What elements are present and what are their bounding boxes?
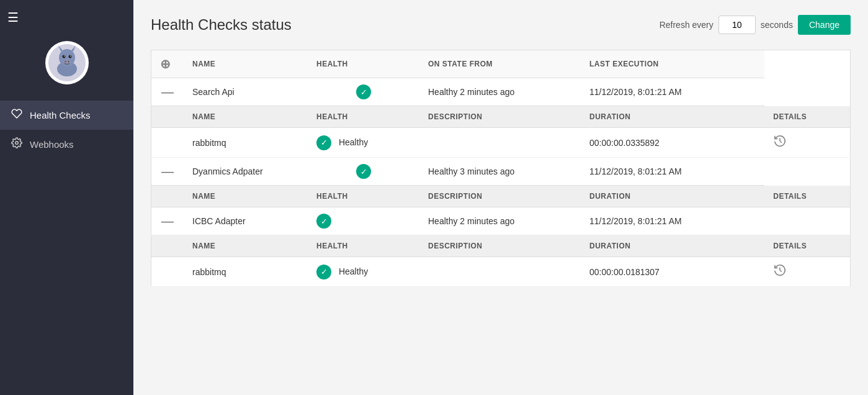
- table-row-rabbitmq-1: rabbitmq ✓ Healthy 00:00:00.0335892: [151, 128, 851, 158]
- rabbitmq-1-details: [764, 128, 850, 158]
- gear-icon: [11, 137, 22, 152]
- health-check-icon-3: ✓: [316, 214, 331, 229]
- sub-col-name: NAME: [184, 106, 308, 128]
- sidebar-nav: Health Checks Webhooks: [0, 101, 133, 159]
- sub-col-name-2: NAME: [184, 186, 308, 207]
- sub-col-health-3: HEALTH: [308, 235, 419, 257]
- sub-col-health-2: HEALTH: [308, 186, 419, 207]
- collapse-icon-3[interactable]: —: [160, 214, 175, 229]
- sub-col-name-3: NAME: [184, 235, 308, 257]
- sidebar-item-label-webhooks: Webhooks: [30, 139, 74, 150]
- dynamics-adapter-health: ✓: [308, 158, 419, 186]
- sub-header-dynamics: NAME HEALTH DESCRIPTION DURATION DETAILS: [151, 186, 851, 207]
- refresh-controls: Refresh every seconds Change: [660, 15, 851, 35]
- dynamics-adapter-last: 11/12/2019, 8:01:21 AM: [581, 158, 764, 186]
- main-content: Health Checks status Refresh every secon…: [133, 0, 868, 395]
- svg-point-6: [68, 55, 71, 58]
- rabbitmq-2-desc: [419, 257, 581, 287]
- icbc-adapter-details: [764, 207, 850, 235]
- dynamics-adapter-state: Healthy 3 minutes ago: [419, 158, 581, 186]
- sub-col-details-2: DETAILS: [764, 186, 850, 207]
- refresh-seconds-label: seconds: [761, 20, 793, 30]
- rabbitmq-2-health-label: Healthy: [339, 266, 368, 276]
- main-header: Health Checks status Refresh every secon…: [151, 15, 851, 35]
- main-table-header: ⊕ NAME HEALTH ON STATE FROM LAST EXECUTI…: [151, 50, 851, 78]
- history-icon[interactable]: [773, 137, 787, 150]
- collapse-icon-2[interactable]: —: [160, 165, 175, 179]
- svg-point-8: [70, 55, 71, 57]
- col-state-header: ON STATE FROM: [419, 50, 581, 78]
- collapse-icon[interactable]: —: [160, 85, 175, 99]
- rabbitmq-2-duration: 00:00:00.0181307: [581, 257, 764, 287]
- svg-point-9: [63, 59, 71, 64]
- health-check-icon-4: ✓: [316, 265, 331, 279]
- search-api-state: Healthy 2 minutes ago: [419, 78, 581, 106]
- table-row-dynamics-adapter: — Dyanmics Adpater ✓ Healthy 3 minutes a…: [151, 158, 851, 186]
- sub-col-description-3: DESCRIPTION: [419, 235, 581, 257]
- col-name-header: NAME: [184, 50, 308, 78]
- heart-icon: [11, 108, 22, 122]
- col-last-header: LAST EXECUTION: [581, 50, 764, 78]
- rabbitmq-1-name: rabbitmq: [184, 128, 308, 158]
- icbc-adapter-desc: Healthy 2 minutes ago: [419, 207, 581, 235]
- health-table: ⊕ NAME HEALTH ON STATE FROM LAST EXECUTI…: [151, 50, 851, 287]
- refresh-label: Refresh every: [660, 20, 714, 30]
- logo-area: [0, 35, 133, 101]
- search-api-last: 11/12/2019, 8:01:21 AM: [581, 78, 764, 106]
- rabbitmq-1-health-label: Healthy: [339, 137, 368, 147]
- health-check-icon-2: ✓: [356, 164, 371, 179]
- sub-col-duration-3: DURATION: [581, 235, 764, 257]
- health-check-icon: ✓: [356, 84, 371, 99]
- col-health-header: HEALTH: [308, 50, 419, 78]
- sub-col-details: DETAILS: [764, 106, 850, 128]
- sub-header-icbc: NAME HEALTH DESCRIPTION DURATION DETAILS: [151, 235, 851, 257]
- sub-col-duration: DURATION: [581, 106, 764, 128]
- search-api-name: Search Api: [184, 78, 308, 106]
- rabbitmq-2-health: ✓ Healthy: [308, 257, 419, 287]
- rabbitmq-1-health: ✓ Healthy: [308, 128, 419, 158]
- rabbitmq-1-duration: 00:00:00.0335892: [581, 128, 764, 158]
- svg-point-12: [16, 142, 19, 145]
- col-add-header: ⊕: [151, 50, 184, 78]
- sidebar-header: ☰: [0, 0, 133, 35]
- page-title: Health Checks status: [151, 16, 292, 34]
- svg-point-11: [68, 61, 69, 62]
- history-icon-2[interactable]: [773, 266, 787, 279]
- sub-col-description-2: DESCRIPTION: [419, 186, 581, 207]
- sub-header-search-api: NAME HEALTH DESCRIPTION DURATION DETAILS: [151, 106, 851, 128]
- svg-point-10: [65, 61, 66, 62]
- add-icon[interactable]: ⊕: [160, 57, 171, 71]
- svg-point-5: [62, 55, 65, 58]
- sidebar: ☰: [0, 0, 133, 395]
- sidebar-logo: [45, 41, 89, 84]
- table-row-rabbitmq-2: rabbitmq ✓ Healthy 00:00:00.0181307: [151, 257, 851, 287]
- sidebar-item-health-checks[interactable]: Health Checks: [0, 101, 133, 130]
- sub-col-details-3: DETAILS: [764, 235, 850, 257]
- icbc-adapter-duration: 11/12/2019, 8:01:21 AM: [581, 207, 764, 235]
- table-row-search-api: — Search Api ✓ Healthy 2 minutes ago 11/…: [151, 78, 851, 106]
- sub-col-health: HEALTH: [308, 106, 419, 128]
- sub-col-description: DESCRIPTION: [419, 106, 581, 128]
- sidebar-item-webhooks[interactable]: Webhooks: [0, 130, 133, 159]
- rabbitmq-2-details: [764, 257, 850, 287]
- dynamics-adapter-name: Dyanmics Adpater: [184, 158, 308, 186]
- svg-point-7: [64, 55, 65, 57]
- rabbitmq-1-desc: [419, 128, 581, 158]
- change-button[interactable]: Change: [798, 15, 851, 35]
- table-row-icbc-adapter: — ICBC Adapter ✓ Healthy 2 minutes ago 1…: [151, 207, 851, 235]
- sidebar-item-label-health-checks: Health Checks: [30, 110, 91, 120]
- hamburger-icon[interactable]: ☰: [7, 10, 19, 25]
- search-api-health: ✓: [308, 78, 419, 106]
- health-check-icon: ✓: [316, 135, 331, 150]
- icbc-adapter-health: ✓: [308, 207, 419, 235]
- refresh-input[interactable]: [718, 16, 756, 34]
- icbc-adapter-name: ICBC Adapter: [184, 207, 308, 235]
- sub-col-duration-2: DURATION: [581, 186, 764, 207]
- rabbitmq-2-name: rabbitmq: [184, 257, 308, 287]
